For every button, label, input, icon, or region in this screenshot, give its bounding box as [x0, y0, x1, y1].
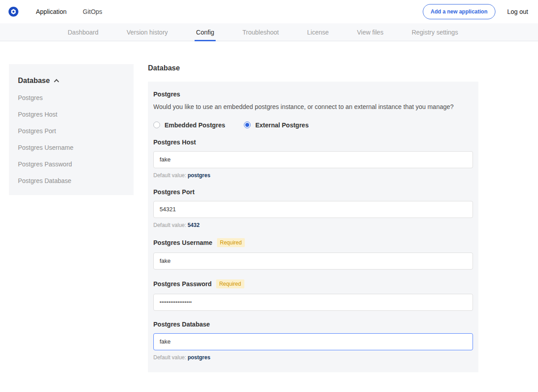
- postgres-password-input[interactable]: [153, 294, 473, 311]
- postgres-username-input[interactable]: [153, 253, 473, 270]
- default-value-helper: Default value:5432: [153, 222, 473, 228]
- add-new-application-button[interactable]: Add a new application: [423, 4, 496, 19]
- subnav-item-registry-settings[interactable]: Registry settings: [410, 23, 459, 41]
- field-label-row: Postgres Host: [153, 139, 473, 146]
- sidebar-item-postgres-username[interactable]: Postgres Username: [18, 144, 125, 151]
- config-main: Database Postgres Would you like to use …: [148, 64, 478, 392]
- radio-option-external-postgres[interactable]: External Postgres: [244, 122, 308, 129]
- chevron-up-icon: [54, 79, 59, 84]
- field-label-postgres-username: Postgres Username: [153, 239, 213, 246]
- header-tab-gitops[interactable]: GitOps: [83, 8, 103, 15]
- top-header: Application GitOps Add a new application…: [0, 0, 538, 23]
- sidebar-item-postgres-password[interactable]: Postgres Password: [18, 161, 125, 168]
- required-badge: Required: [216, 279, 244, 288]
- config-group-card: Postgres Would you like to use an embedd…: [148, 82, 478, 372]
- subnav-item-version-history[interactable]: Version history: [126, 23, 169, 41]
- sidebar-group-label: Database: [18, 77, 50, 85]
- field-label-postgres-host: Postgres Host: [153, 139, 196, 146]
- app-subnav: Dashboard Version history Config Trouble…: [0, 23, 538, 41]
- sidebar-item-postgres-port[interactable]: Postgres Port: [18, 127, 125, 135]
- field-label-row: Postgres Username Required: [153, 238, 473, 247]
- postgres-mode-radio-group: Embedded Postgres External Postgres: [153, 122, 473, 129]
- group-label: Postgres: [153, 91, 473, 98]
- field-label-postgres-port: Postgres Port: [153, 188, 195, 196]
- field-label-row: Postgres Password Required: [153, 279, 473, 288]
- subnav-item-view-files[interactable]: View files: [356, 23, 385, 41]
- sidebar-group-database[interactable]: Database: [18, 77, 125, 85]
- field-label-row: Postgres Port: [153, 188, 473, 196]
- subnav-item-troubleshoot[interactable]: Troubleshoot: [241, 23, 280, 41]
- postgres-database-input[interactable]: [153, 333, 473, 350]
- sidebar-item-postgres-database[interactable]: Postgres Database: [18, 177, 125, 184]
- sidebar-item-postgres-host[interactable]: Postgres Host: [18, 111, 125, 118]
- radio-icon-unchecked[interactable]: [153, 122, 160, 128]
- content-layout: Database Postgres Postgres Host Postgres…: [0, 41, 538, 392]
- postgres-port-input[interactable]: [153, 201, 473, 218]
- helper-value: 5432: [187, 222, 200, 228]
- radio-label: External Postgres: [255, 122, 308, 129]
- subnav-item-config[interactable]: Config: [195, 23, 215, 41]
- field-label-postgres-database: Postgres Database: [153, 321, 210, 328]
- helper-value: postgres: [187, 354, 210, 361]
- logout-link[interactable]: Log out: [507, 8, 528, 15]
- default-value-helper: Default value:postgres: [153, 354, 473, 361]
- field-label-postgres-password: Postgres Password: [153, 280, 212, 287]
- header-tab-application[interactable]: Application: [36, 8, 67, 15]
- subnav-item-license[interactable]: License: [306, 23, 330, 41]
- default-value-helper: Default value:postgres: [153, 172, 473, 179]
- subnav-item-dashboard[interactable]: Dashboard: [66, 23, 100, 41]
- radio-icon-checked[interactable]: [244, 122, 251, 128]
- radio-option-embedded-postgres[interactable]: Embedded Postgres: [153, 122, 225, 129]
- config-sidebar: Database Postgres Postgres Host Postgres…: [9, 64, 134, 195]
- section-title: Database: [148, 64, 478, 72]
- required-badge: Required: [217, 238, 245, 247]
- helper-prefix: Default value:: [153, 172, 186, 179]
- group-help-text: Would you like to use an embedded postgr…: [153, 103, 473, 111]
- helper-value: postgres: [187, 172, 210, 179]
- field-label-row: Postgres Database: [153, 321, 473, 328]
- postgres-host-input[interactable]: [153, 151, 473, 168]
- helper-prefix: Default value:: [153, 222, 186, 228]
- app-logo-icon: [8, 6, 19, 17]
- helper-prefix: Default value:: [153, 354, 186, 361]
- sidebar-item-postgres[interactable]: Postgres: [18, 94, 125, 101]
- radio-label: Embedded Postgres: [165, 122, 225, 129]
